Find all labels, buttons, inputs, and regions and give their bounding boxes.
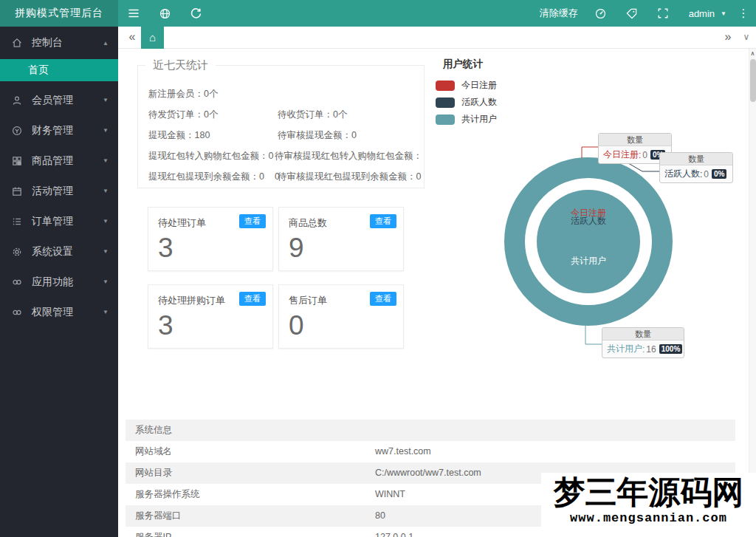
caret-down-icon: ▼: [103, 278, 109, 285]
main-content: 近七天统计 新注册会员：0个 待发货订单：0个待收货订单：0个 提现金额：180…: [118, 49, 756, 537]
sidebar-item-label: 控制台: [32, 36, 63, 49]
legend-swatch: [436, 81, 455, 91]
tab-bar: « ⌂ » ∨: [118, 27, 756, 49]
caret-up-icon: ▲: [103, 40, 109, 47]
sidebar-item-console[interactable]: 控制台 ▲: [0, 27, 118, 59]
table-cell-value: ww7.test.com: [375, 441, 431, 462]
stat-item: 新注册会员：0个: [148, 83, 278, 104]
sidebar-item-orders[interactable]: 订单管理 ▼: [0, 206, 118, 236]
donut-inner-label: 活跃人数: [500, 215, 677, 228]
more-vert-icon[interactable]: ⋮: [731, 7, 756, 20]
app-logo: 拼购模式管理后台: [0, 0, 118, 27]
refresh-icon[interactable]: [180, 0, 211, 27]
activity-icon: [12, 186, 32, 196]
tabs-dropdown-button[interactable]: ∨: [738, 27, 755, 49]
view-button[interactable]: 查看: [370, 214, 396, 228]
slice-percent-badge: 100%: [659, 344, 683, 354]
watermark-site-name: 梦三年源码网: [541, 473, 756, 511]
globe-icon[interactable]: [149, 0, 180, 27]
sidebar-item-activity[interactable]: 活动管理 ▼: [0, 176, 118, 206]
slice-name: 今日注册: [603, 148, 639, 161]
view-button[interactable]: 查看: [239, 214, 266, 228]
sidebar-item-label: 商品管理: [32, 154, 73, 168]
sidebar-item-settings[interactable]: 系统设置 ▼: [0, 236, 118, 267]
scroll-up-arrow-icon[interactable]: ∧: [749, 49, 756, 58]
tag-icon[interactable]: [616, 0, 647, 27]
menu-icon[interactable]: [118, 0, 149, 27]
slice-value: 0: [704, 169, 709, 179]
legend-item-today[interactable]: 今日注册: [436, 79, 497, 92]
caret-down-icon: ▼: [103, 309, 109, 315]
sidebar-item-goods[interactable]: 商品管理 ▼: [0, 146, 118, 176]
table-title: 系统信息: [126, 420, 375, 441]
clear-cache-button[interactable]: 清除缓存: [540, 7, 578, 20]
legend-item-total[interactable]: 共计用户: [436, 113, 497, 126]
caret-down-icon: ▼: [103, 188, 109, 194]
home-icon: [12, 38, 32, 48]
watermark-site-url: www.mengsannian.com: [541, 511, 756, 525]
stat-item: 提现红包转入购物红包金额：0: [148, 146, 275, 166]
sidebar-item-label: 应用功能: [32, 276, 73, 289]
sidebar-item-label: 系统设置: [32, 245, 73, 259]
admin-menu[interactable]: admin ▼: [689, 8, 726, 19]
table-cell-value: 80: [375, 505, 385, 527]
chart-label-box-active: 数量 活跃人数: 0 0%: [659, 152, 733, 183]
sidebar-item-label: 活动管理: [32, 185, 73, 198]
legend-label: 活跃人数: [461, 96, 497, 109]
slice-value: 16: [646, 344, 656, 355]
card-aftersale-orders: 售后订单 查看 0: [278, 284, 404, 349]
watermark: 梦三年源码网 www.mengsannian.com: [541, 473, 756, 537]
sidebar-item-members[interactable]: 会员管理 ▼: [0, 85, 118, 115]
view-button[interactable]: 查看: [239, 292, 266, 306]
legend-label: 共计用户: [461, 113, 497, 126]
sidebar-item-finance[interactable]: 财务管理 ▼: [0, 115, 118, 146]
chart-series-name: 数量: [599, 134, 671, 146]
sidebar-item-label: 会员管理: [32, 94, 73, 107]
table-cell-value: WINNT: [375, 484, 405, 505]
stat-item: 待审核提现红包提现到余额金额：0: [278, 166, 421, 187]
scrollbar-thumb[interactable]: [750, 59, 756, 102]
donut-inner-label: 共计用户: [500, 255, 677, 267]
stat-item: 待收货订单：0个: [278, 104, 347, 125]
table-row: 网站域名 ww7.test.com: [126, 441, 735, 462]
sidebar-item-apps[interactable]: 应用功能 ▼: [0, 267, 118, 297]
caret-down-icon: ▼: [721, 10, 726, 17]
card-title: 待处理订单: [158, 216, 206, 230]
finance-icon: [12, 126, 32, 136]
sidebar-item-permissions[interactable]: 权限管理 ▼: [0, 297, 118, 327]
slice-value: 0: [642, 150, 647, 160]
chart-series-name: 数量: [602, 328, 684, 341]
table-header-row: 系统信息: [126, 420, 735, 441]
chart-label-box-total: 数量 共计用户: 16 100%: [602, 327, 684, 358]
table-cell-value: C:/wwwroot/ww7.test.com: [375, 462, 481, 484]
card-title: 售后订单: [289, 294, 327, 307]
tab-home[interactable]: ⌂: [141, 27, 164, 49]
slice-name: 活跃人数: [664, 168, 700, 180]
legend-item-active[interactable]: 活跃人数: [436, 96, 497, 109]
fullscreen-icon[interactable]: [647, 0, 678, 27]
sidebar-item-label: 权限管理: [32, 306, 73, 319]
card-title: 商品总数: [289, 216, 327, 230]
sidebar-nav: 控制台 ▲ 首页 会员管理 ▼ 财务管理 ▼: [0, 27, 118, 537]
slice-percent-badge: 0%: [712, 169, 726, 179]
card-pending-orders: 待处理订单 查看 3: [148, 207, 273, 271]
tabs-scroll-right-button[interactable]: »: [719, 27, 737, 49]
tabs-scroll-left-button[interactable]: «: [123, 27, 141, 49]
gauge-icon[interactable]: [585, 0, 616, 27]
chart-series-name: 数量: [660, 153, 732, 165]
caret-down-icon: ▼: [103, 97, 109, 103]
home-icon: ⌂: [149, 31, 156, 44]
sidebar-item-home[interactable]: 首页: [0, 59, 118, 81]
table-cell-value: 127.0.0.1: [375, 527, 413, 537]
user-icon: [12, 95, 32, 106]
link-icon: [12, 277, 32, 287]
card-value: 9: [289, 233, 304, 264]
caret-down-icon: ▼: [103, 248, 109, 255]
view-button[interactable]: 查看: [370, 292, 396, 306]
card-total-goods: 商品总数 查看 9: [278, 207, 404, 271]
card-value: 3: [158, 310, 173, 341]
chart-title: 用户统计: [443, 58, 483, 71]
vertical-scrollbar[interactable]: ∧: [749, 49, 756, 537]
order-icon: [12, 216, 32, 227]
card-value: 3: [158, 233, 173, 264]
